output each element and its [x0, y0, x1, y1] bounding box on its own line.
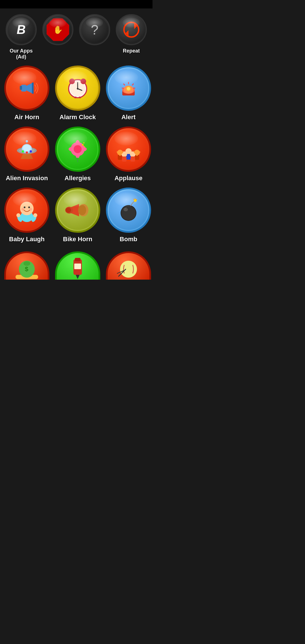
svg-rect-86	[75, 258, 80, 261]
alert-icon	[114, 74, 143, 102]
bike-horn-icon	[64, 196, 92, 224]
bike-horn-label: Bike Horn	[63, 236, 92, 243]
svg-rect-3	[32, 82, 34, 94]
applause-icon	[114, 135, 143, 163]
money-bag-icon: $	[14, 256, 40, 280]
svg-point-64	[29, 208, 32, 211]
repeat-label: Repeat	[123, 48, 140, 54]
svg-point-29	[22, 150, 24, 153]
our-apps-button[interactable]: B Our Apps (Ad)	[6, 14, 37, 60]
money-bag-button[interactable]: $	[4, 251, 49, 280]
baby-laugh-button[interactable]: Baby Laugh	[4, 188, 49, 243]
air-horn-button[interactable]: Air Horn	[4, 66, 49, 121]
air-horn-label: Air Horn	[14, 114, 39, 121]
svg-point-70	[78, 205, 86, 215]
svg-point-72	[66, 208, 71, 213]
svg-point-62	[28, 206, 30, 208]
baby-laugh-label: Baby Laugh	[9, 236, 45, 243]
svg-point-44	[83, 142, 84, 143]
baby-laugh-icon	[13, 196, 41, 224]
svg-point-74	[121, 206, 136, 220]
allergies-icon	[64, 135, 92, 163]
svg-rect-54	[130, 156, 135, 162]
svg-line-20	[123, 84, 125, 85]
svg-point-42	[82, 144, 84, 146]
svg-text:$: $	[25, 266, 28, 273]
svg-point-43	[84, 146, 85, 147]
svg-point-10	[80, 79, 86, 84]
bike-horn-button[interactable]: Bike Horn	[55, 188, 100, 243]
alien-invasion-button[interactable]: Alien Invasion	[4, 127, 49, 182]
svg-rect-87	[74, 264, 81, 269]
alert-button[interactable]: Alert	[106, 66, 151, 121]
svg-point-9	[69, 79, 75, 84]
svg-line-79	[134, 199, 134, 200]
svg-point-83	[23, 261, 30, 266]
alarm-clock-label: Alarm Clock	[60, 114, 96, 121]
repeat-button[interactable]: Repeat	[116, 14, 147, 60]
svg-point-30	[26, 151, 28, 154]
our-apps-label: Our Apps (Ad)	[10, 48, 32, 60]
stop-button[interactable]: ✋	[42, 14, 73, 60]
top-bar	[0, 0, 152, 8]
marker-icon	[65, 256, 90, 280]
alien-invasion-label: Alien Invasion	[6, 175, 48, 182]
svg-point-68	[33, 213, 37, 217]
svg-point-40	[74, 145, 82, 153]
svg-point-17	[127, 87, 130, 90]
svg-rect-52	[122, 156, 127, 162]
svg-point-26	[23, 145, 31, 151]
svg-rect-11	[74, 97, 77, 98]
bomb-icon	[114, 196, 143, 224]
alarm-clock-button[interactable]: Alarm Clock	[55, 66, 100, 121]
svg-point-0	[124, 22, 139, 37]
question-button[interactable]: ?	[79, 14, 110, 60]
svg-line-19	[132, 84, 134, 85]
svg-rect-2	[20, 86, 22, 90]
svg-point-31	[30, 150, 32, 153]
alert-label: Alert	[121, 114, 136, 121]
svg-point-88	[120, 261, 137, 278]
alien-invasion-icon	[13, 135, 41, 163]
applause-button[interactable]: Applause	[106, 127, 151, 182]
svg-point-28	[26, 140, 28, 142]
svg-point-75	[123, 208, 128, 211]
marker-button[interactable]	[55, 251, 100, 280]
stop-sign-icon: ✋	[47, 18, 69, 41]
svg-point-61	[24, 206, 25, 208]
alarm-clock-icon	[64, 74, 92, 102]
air-horn-icon	[13, 74, 41, 102]
baseball-icon	[116, 256, 141, 280]
svg-rect-12	[79, 97, 81, 98]
allergies-button[interactable]: Allergies	[55, 127, 100, 182]
bomb-label: Bomb	[120, 236, 137, 243]
svg-point-63	[21, 208, 24, 211]
repeat-icon	[123, 21, 140, 38]
applause-label: Applause	[114, 175, 142, 182]
svg-point-8	[77, 88, 79, 90]
bomb-button[interactable]: Bomb	[106, 188, 151, 243]
baseball-button[interactable]	[106, 251, 151, 280]
allergies-label: Allergies	[65, 175, 91, 182]
svg-point-67	[16, 213, 20, 217]
